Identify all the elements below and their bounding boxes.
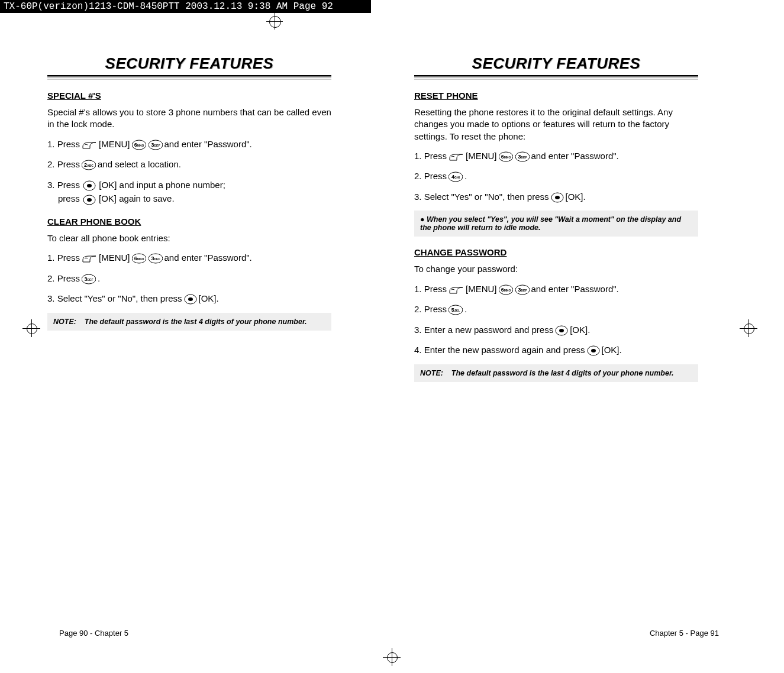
step-text: 1. Press	[47, 251, 80, 265]
step-text: 1. Press	[414, 283, 447, 296]
step: 4. Enter the new password again and pres…	[414, 344, 698, 357]
ok-button-icon	[83, 179, 96, 192]
footer-right: Chapter 5 - Page 91	[650, 629, 719, 638]
step: 3. Select "Yes" or "No", then press [OK]…	[47, 292, 331, 306]
step: 1. Press [MENU] and enter "Password".	[414, 150, 698, 163]
section-head-special: SPECIAL #'S	[47, 90, 331, 101]
section-head-change-pw: CHANGE PASSWORD	[414, 247, 698, 257]
key-4-icon	[449, 170, 463, 183]
step-text: [MENU]	[466, 283, 497, 296]
key-3-icon	[82, 272, 96, 286]
step: 1. Press [MENU] and enter "Password".	[414, 283, 698, 296]
key-6-icon	[499, 283, 513, 296]
step-text: and enter "Password".	[164, 138, 252, 151]
body-text: To change your password:	[414, 263, 698, 275]
step-text: [OK] again to save.	[99, 193, 175, 203]
key-3-icon	[149, 251, 163, 265]
softkey-icon	[82, 138, 97, 151]
info-box: ● When you select "Yes", you will see "W…	[414, 211, 698, 237]
step: 2. Press .	[414, 303, 698, 316]
step-text: .	[464, 170, 467, 183]
step-text: [OK].	[602, 344, 622, 357]
step-text: .	[98, 272, 100, 286]
step-text: 3. Enter a new password and press	[414, 323, 553, 337]
softkey-icon	[449, 150, 464, 163]
note-text: The default password is the last 4 digit…	[451, 369, 674, 377]
step-text: and enter "Password".	[531, 283, 619, 296]
key-3-icon	[515, 283, 530, 296]
page-title: SECURITY FEATURES	[414, 54, 698, 73]
step-text: 2. Press	[414, 303, 447, 316]
step: 2. Press .	[414, 170, 698, 183]
step: 3. Select "Yes" or "No", then press [OK]…	[414, 190, 698, 204]
step: 2. Press .	[47, 272, 331, 286]
key-5-icon	[449, 303, 463, 316]
step-text: 2. Press	[47, 158, 80, 172]
step-text: 3. Select "Yes" or "No", then press	[414, 190, 549, 204]
file-header: TX-60P(verizon)1213-CDM-8450PTT 2003.12.…	[0, 0, 371, 13]
note-label: NOTE:	[53, 318, 76, 326]
step: 3. Press [OK] and input a phone number; …	[47, 179, 331, 206]
step: 1. Press [MENU] and enter "Password".	[47, 251, 331, 265]
body-text: Resetting the phone restores it to the o…	[414, 106, 698, 143]
step-text: and select a location.	[98, 158, 181, 172]
page-title: SECURITY FEATURES	[47, 54, 331, 73]
key-3-icon	[149, 138, 163, 151]
note-text: The default password is the last 4 digit…	[85, 318, 307, 326]
ok-button-icon	[587, 344, 600, 357]
step-text: [OK] and input a phone number;	[99, 180, 225, 190]
step-text: [OK].	[199, 292, 219, 306]
softkey-icon	[82, 251, 97, 265]
page-left: SECURITY FEATURES SPECIAL #'S Special #'…	[47, 54, 331, 388]
ok-button-icon	[83, 193, 96, 206]
step-text: [MENU]	[99, 138, 130, 151]
body-text: Special #'s allows you to store 3 phone …	[47, 106, 331, 131]
step-text: 3. Select "Yes" or "No", then press	[47, 292, 182, 306]
step-text: and enter "Password".	[164, 251, 252, 265]
registration-mark-icon	[740, 319, 757, 337]
section-head-reset: RESET PHONE	[414, 90, 698, 101]
key-6-icon	[132, 251, 146, 265]
step-text: 2. Press	[47, 272, 80, 286]
step-text: .	[464, 303, 467, 316]
step-text: press	[47, 193, 82, 203]
key-2-icon	[82, 158, 96, 172]
step-text: [OK].	[566, 190, 586, 204]
step-text: 4. Enter the new password again and pres…	[414, 344, 585, 357]
ok-button-icon	[184, 292, 197, 306]
page-right: SECURITY FEATURES RESET PHONE Resetting …	[414, 54, 698, 388]
step-text: [MENU]	[466, 150, 497, 163]
section-head-clear: CLEAR PHONE BOOK	[47, 216, 331, 227]
step-text: 2. Press	[414, 170, 447, 183]
footer-left: Page 90 - Chapter 5	[59, 629, 128, 638]
ok-button-icon	[555, 323, 568, 337]
note-label: NOTE:	[420, 369, 443, 377]
step-text: 3. Press	[47, 180, 82, 190]
note-box: NOTE: The default password is the last 4…	[47, 313, 331, 331]
note-box: NOTE: The default password is the last 4…	[414, 364, 698, 382]
ok-button-icon	[551, 190, 564, 204]
softkey-icon	[449, 283, 464, 296]
step: 3. Enter a new password and press [OK].	[414, 323, 698, 337]
step: 2. Press and select a location.	[47, 158, 331, 172]
step-text: and enter "Password".	[531, 150, 619, 163]
registration-mark-icon	[22, 319, 40, 337]
step-text: 1. Press	[47, 138, 80, 151]
step-text: [MENU]	[99, 251, 130, 265]
key-6-icon	[499, 150, 513, 163]
body-text: To clear all phone book entries:	[47, 232, 331, 244]
step: 1. Press [MENU] and enter "Password".	[47, 138, 331, 151]
registration-mark-icon	[383, 648, 401, 666]
step-text: 1. Press	[414, 150, 447, 163]
key-3-icon	[515, 150, 530, 163]
key-6-icon	[132, 138, 146, 151]
step-text: [OK].	[570, 323, 590, 337]
